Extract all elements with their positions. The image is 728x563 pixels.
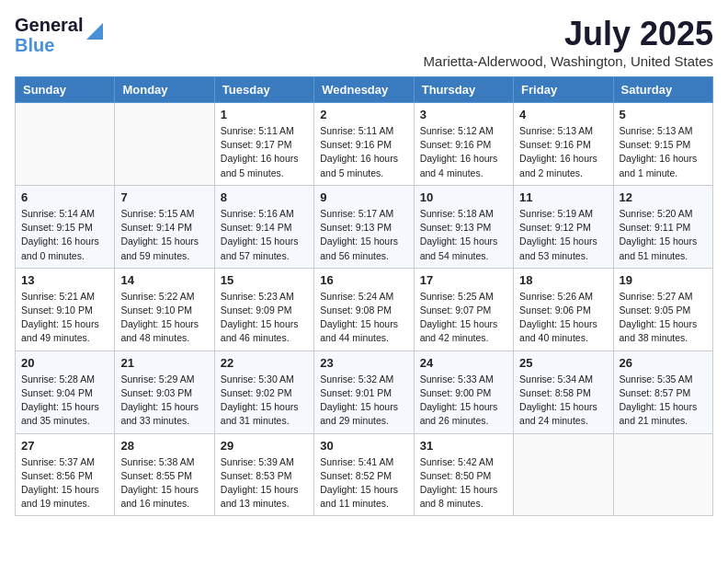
day-info: Sunrise: 5:15 AM Sunset: 9:14 PM Dayligh… bbox=[120, 207, 208, 263]
day-info: Sunrise: 5:24 AM Sunset: 9:08 PM Dayligh… bbox=[320, 290, 407, 346]
calendar-cell: 5Sunrise: 5:13 AM Sunset: 9:15 PM Daylig… bbox=[613, 103, 712, 186]
weekday-header-wednesday: Wednesday bbox=[314, 77, 414, 103]
calendar-cell: 13Sunrise: 5:21 AM Sunset: 9:10 PM Dayli… bbox=[16, 268, 115, 350]
day-info: Sunrise: 5:18 AM Sunset: 9:13 PM Dayligh… bbox=[420, 207, 507, 263]
calendar-cell: 30Sunrise: 5:41 AM Sunset: 8:52 PM Dayli… bbox=[314, 433, 414, 516]
day-number: 19 bbox=[620, 273, 707, 287]
calendar-cell: 23Sunrise: 5:32 AM Sunset: 9:01 PM Dayli… bbox=[314, 350, 414, 433]
day-info: Sunrise: 5:26 AM Sunset: 9:06 PM Dayligh… bbox=[519, 290, 607, 346]
day-number: 20 bbox=[21, 356, 108, 370]
day-info: Sunrise: 5:34 AM Sunset: 8:58 PM Dayligh… bbox=[519, 373, 607, 429]
calendar-cell: 22Sunrise: 5:30 AM Sunset: 9:02 PM Dayli… bbox=[214, 350, 313, 433]
day-number: 26 bbox=[620, 356, 707, 370]
day-info: Sunrise: 5:16 AM Sunset: 9:14 PM Dayligh… bbox=[221, 207, 308, 263]
weekday-header-thursday: Thursday bbox=[414, 77, 513, 103]
calendar-cell: 20Sunrise: 5:28 AM Sunset: 9:04 PM Dayli… bbox=[16, 350, 115, 433]
day-info: Sunrise: 5:17 AM Sunset: 9:13 PM Dayligh… bbox=[320, 207, 407, 263]
calendar-cell bbox=[514, 433, 613, 516]
calendar-cell: 1Sunrise: 5:11 AM Sunset: 9:17 PM Daylig… bbox=[214, 103, 313, 186]
calendar-cell: 17Sunrise: 5:25 AM Sunset: 9:07 PM Dayli… bbox=[414, 268, 513, 350]
day-number: 2 bbox=[320, 108, 407, 121]
day-number: 15 bbox=[221, 273, 308, 287]
day-number: 13 bbox=[21, 273, 108, 287]
calendar-week-4: 20Sunrise: 5:28 AM Sunset: 9:04 PM Dayli… bbox=[16, 350, 713, 433]
day-info: Sunrise: 5:13 AM Sunset: 9:16 PM Dayligh… bbox=[519, 124, 607, 180]
day-info: Sunrise: 5:39 AM Sunset: 8:53 PM Dayligh… bbox=[221, 455, 308, 511]
day-info: Sunrise: 5:29 AM Sunset: 9:03 PM Dayligh… bbox=[120, 373, 208, 429]
day-number: 27 bbox=[21, 439, 108, 453]
day-number: 18 bbox=[519, 273, 607, 287]
day-info: Sunrise: 5:11 AM Sunset: 9:17 PM Dayligh… bbox=[221, 124, 308, 180]
day-number: 25 bbox=[519, 356, 607, 370]
day-info: Sunrise: 5:33 AM Sunset: 9:00 PM Dayligh… bbox=[420, 373, 507, 429]
day-info: Sunrise: 5:30 AM Sunset: 9:02 PM Dayligh… bbox=[221, 373, 308, 429]
day-info: Sunrise: 5:20 AM Sunset: 9:11 PM Dayligh… bbox=[620, 207, 707, 263]
day-info: Sunrise: 5:38 AM Sunset: 8:55 PM Dayligh… bbox=[120, 455, 208, 511]
calendar-cell bbox=[115, 103, 214, 186]
day-number: 5 bbox=[620, 108, 707, 121]
day-number: 7 bbox=[120, 190, 208, 204]
calendar-cell: 8Sunrise: 5:16 AM Sunset: 9:14 PM Daylig… bbox=[214, 185, 313, 268]
logo: General Blue bbox=[15, 15, 103, 55]
calendar-cell: 27Sunrise: 5:37 AM Sunset: 8:56 PM Dayli… bbox=[16, 433, 115, 516]
calendar-cell: 26Sunrise: 5:35 AM Sunset: 8:57 PM Dayli… bbox=[613, 350, 712, 433]
day-info: Sunrise: 5:28 AM Sunset: 9:04 PM Dayligh… bbox=[21, 373, 108, 429]
calendar-cell: 6Sunrise: 5:14 AM Sunset: 9:15 PM Daylig… bbox=[16, 185, 115, 268]
day-number: 8 bbox=[221, 190, 308, 204]
calendar-cell bbox=[613, 433, 712, 516]
weekday-header-friday: Friday bbox=[514, 77, 613, 103]
day-number: 10 bbox=[420, 190, 507, 204]
day-number: 24 bbox=[420, 356, 507, 370]
day-info: Sunrise: 5:37 AM Sunset: 8:56 PM Dayligh… bbox=[21, 455, 108, 511]
day-info: Sunrise: 5:23 AM Sunset: 9:09 PM Dayligh… bbox=[221, 290, 308, 346]
day-number: 1 bbox=[221, 108, 308, 121]
day-number: 23 bbox=[320, 356, 407, 370]
logo-blue-text: Blue bbox=[15, 35, 83, 55]
day-number: 4 bbox=[519, 108, 607, 121]
calendar-cell: 12Sunrise: 5:20 AM Sunset: 9:11 PM Dayli… bbox=[613, 185, 712, 268]
calendar-cell: 19Sunrise: 5:27 AM Sunset: 9:05 PM Dayli… bbox=[613, 268, 712, 350]
calendar-cell: 4Sunrise: 5:13 AM Sunset: 9:16 PM Daylig… bbox=[514, 103, 613, 186]
calendar-cell: 21Sunrise: 5:29 AM Sunset: 9:03 PM Dayli… bbox=[115, 350, 214, 433]
calendar-cell: 18Sunrise: 5:26 AM Sunset: 9:06 PM Dayli… bbox=[514, 268, 613, 350]
calendar-cell: 3Sunrise: 5:12 AM Sunset: 9:16 PM Daylig… bbox=[414, 103, 513, 186]
calendar-cell: 7Sunrise: 5:15 AM Sunset: 9:14 PM Daylig… bbox=[115, 185, 214, 268]
calendar-cell: 31Sunrise: 5:42 AM Sunset: 8:50 PM Dayli… bbox=[414, 433, 513, 516]
weekday-header-sunday: Sunday bbox=[16, 77, 115, 103]
calendar-week-3: 13Sunrise: 5:21 AM Sunset: 9:10 PM Dayli… bbox=[16, 268, 713, 350]
calendar-cell: 9Sunrise: 5:17 AM Sunset: 9:13 PM Daylig… bbox=[314, 185, 414, 268]
day-info: Sunrise: 5:22 AM Sunset: 9:10 PM Dayligh… bbox=[120, 290, 208, 346]
day-info: Sunrise: 5:12 AM Sunset: 9:16 PM Dayligh… bbox=[420, 124, 507, 180]
weekday-header-saturday: Saturday bbox=[613, 77, 712, 103]
calendar-week-1: 1Sunrise: 5:11 AM Sunset: 9:17 PM Daylig… bbox=[16, 103, 713, 186]
page-header: General Blue July 2025 Marietta-Alderwoo… bbox=[15, 15, 713, 69]
logo-general-text: General bbox=[15, 15, 83, 35]
calendar-cell: 16Sunrise: 5:24 AM Sunset: 9:08 PM Dayli… bbox=[314, 268, 414, 350]
weekday-header-monday: Monday bbox=[115, 77, 214, 103]
logo-triangle-icon bbox=[86, 23, 103, 40]
day-info: Sunrise: 5:35 AM Sunset: 8:57 PM Dayligh… bbox=[620, 373, 707, 429]
day-number: 30 bbox=[320, 439, 407, 453]
day-info: Sunrise: 5:25 AM Sunset: 9:07 PM Dayligh… bbox=[420, 290, 507, 346]
calendar-cell: 11Sunrise: 5:19 AM Sunset: 9:12 PM Dayli… bbox=[514, 185, 613, 268]
calendar-cell: 10Sunrise: 5:18 AM Sunset: 9:13 PM Dayli… bbox=[414, 185, 513, 268]
weekday-header-tuesday: Tuesday bbox=[214, 77, 313, 103]
day-info: Sunrise: 5:42 AM Sunset: 8:50 PM Dayligh… bbox=[420, 455, 507, 511]
day-info: Sunrise: 5:27 AM Sunset: 9:05 PM Dayligh… bbox=[620, 290, 707, 346]
day-number: 22 bbox=[221, 356, 308, 370]
calendar-cell: 29Sunrise: 5:39 AM Sunset: 8:53 PM Dayli… bbox=[214, 433, 313, 516]
day-number: 16 bbox=[320, 273, 407, 287]
calendar-week-5: 27Sunrise: 5:37 AM Sunset: 8:56 PM Dayli… bbox=[16, 433, 713, 516]
calendar-cell: 14Sunrise: 5:22 AM Sunset: 9:10 PM Dayli… bbox=[115, 268, 214, 350]
day-number: 9 bbox=[320, 190, 407, 204]
day-info: Sunrise: 5:11 AM Sunset: 9:16 PM Dayligh… bbox=[320, 124, 407, 180]
day-number: 29 bbox=[221, 439, 308, 453]
day-number: 14 bbox=[120, 273, 208, 287]
day-info: Sunrise: 5:32 AM Sunset: 9:01 PM Dayligh… bbox=[320, 373, 407, 429]
calendar-table: SundayMondayTuesdayWednesdayThursdayFrid… bbox=[15, 76, 713, 516]
svg-marker-0 bbox=[86, 23, 103, 40]
day-number: 6 bbox=[21, 190, 108, 204]
day-number: 17 bbox=[420, 273, 507, 287]
calendar-cell: 15Sunrise: 5:23 AM Sunset: 9:09 PM Dayli… bbox=[214, 268, 313, 350]
month-title: July 2025 bbox=[424, 15, 713, 53]
